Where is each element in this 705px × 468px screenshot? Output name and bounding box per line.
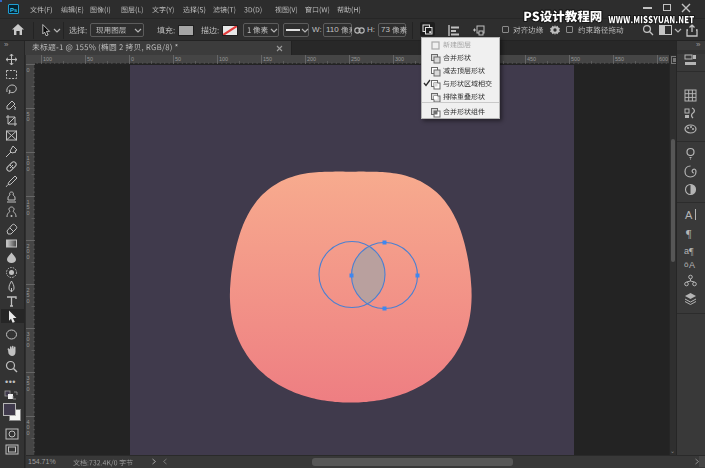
svg-text:¶: ¶ — [686, 226, 692, 239]
svg-text:¶: ¶ — [689, 246, 694, 256]
svg-text:A: A — [685, 209, 693, 221]
svg-text:A: A — [689, 260, 695, 270]
